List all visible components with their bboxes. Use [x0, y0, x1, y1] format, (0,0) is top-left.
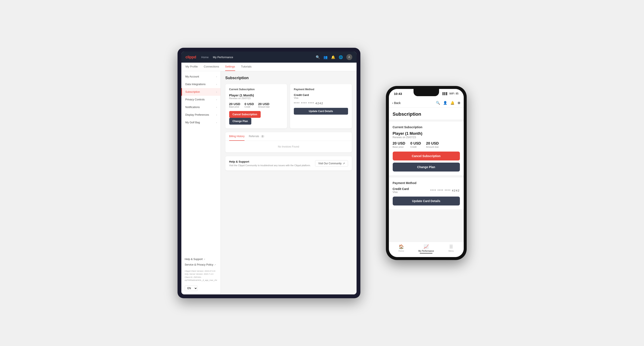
phone-plan-renews: Renews on 25/07/23 — [393, 136, 460, 139]
sidebar-item-display[interactable]: Display Preferences › — [181, 111, 220, 119]
plan-renews: Renews on 25/07/23 — [229, 97, 284, 100]
tab-connections[interactable]: Connections — [204, 63, 219, 71]
amount-due: 20 USD Amount due — [258, 102, 270, 108]
bell-icon[interactable]: 🔔 — [450, 101, 454, 105]
sidebar-menu: My Account › Data Integrations › Subscri… — [181, 73, 220, 126]
tablet-main: Subscription Current Subscription Player… — [221, 71, 356, 294]
phone-device: 10:43 ▌▌▌ WiFi 85 ‹ Back 🔍 👤 🔔 ⊕ — [386, 86, 467, 260]
tablet-nav-home[interactable]: Home — [201, 56, 209, 59]
bottom-nav-home-label: Home — [398, 250, 404, 252]
avatar[interactable]: A — [346, 54, 352, 60]
tab-settings[interactable]: Settings — [225, 63, 235, 71]
language-select[interactable]: EN — [185, 286, 198, 291]
phone-change-plan-button[interactable]: Change Plan — [393, 163, 460, 172]
base-price: 20 USD Base price — [229, 102, 240, 108]
status-icons: ▌▌▌ WiFi 85 — [443, 92, 458, 95]
phone-pricing: 20 USD Base price 0 USD Credit 20 USD Am… — [393, 141, 460, 148]
phone-payment-method-title: Payment Method — [393, 181, 460, 185]
card-type: Credit Card — [294, 93, 348, 97]
performance-icon: 📈 — [424, 244, 429, 249]
sidebar-item-notifications[interactable]: Notifications › — [181, 103, 220, 111]
tablet-nav-performance[interactable]: My Performance — [213, 56, 233, 59]
sidebar-privacy-link[interactable]: Service & Privacy Policy ↗ — [181, 262, 220, 267]
phone-card-type: Credit Card — [393, 187, 409, 191]
tablet-tabs: My Profile Connections Settings Tutorial… — [181, 63, 356, 71]
visit-community-button[interactable]: Visit Our Community ↗ — [315, 160, 348, 167]
phone-bottom-nav: 🏠 Home 📈 My Performance ☰ Menu — [389, 242, 464, 257]
help-title: Help & Support — [229, 160, 311, 163]
sidebar-item-golf-bag[interactable]: My Golf Bag › — [181, 119, 220, 126]
help-section: Help & Support Visit the Clippd Communit… — [225, 156, 352, 171]
home-icon: 🏠 — [399, 244, 404, 249]
bottom-nav-menu-label: Menu — [448, 250, 454, 252]
active-indicator — [420, 253, 432, 253]
battery-icon: 85 — [456, 92, 458, 95]
phone-card-brand: Visa — [393, 191, 409, 193]
plan-name: Player (1 Month) — [229, 93, 284, 97]
bell-icon[interactable]: 🔔 — [331, 55, 335, 59]
phone-payment-method-card: Payment Method Credit Card Visa **** ***… — [389, 177, 464, 209]
phone-card-number: **** **** **** 4242 — [430, 189, 460, 192]
tablet-nav-icons: 🔍 👥 🔔 🌐 A — [316, 54, 352, 60]
credit: 0 USD Credit — [244, 102, 254, 108]
referrals-badge: 0 — [261, 135, 264, 138]
tablet-screen: clippd Home My Performance 🔍 👥 🔔 🌐 A My … — [181, 52, 356, 294]
external-link-icon: ↗ — [204, 258, 205, 260]
back-button[interactable]: ‹ Back — [392, 101, 401, 105]
bottom-nav-home[interactable]: 🏠 Home — [389, 244, 414, 252]
tablet-content: My Account › Data Integrations › Subscri… — [181, 71, 356, 294]
phone-current-subscription-title: Current Subscription — [393, 126, 460, 129]
phone-payment-row: Credit Card Visa **** **** **** 4242 — [393, 187, 460, 193]
external-link-icon: ↗ — [214, 264, 216, 266]
tablet-logo: clippd — [186, 55, 196, 59]
phone-cc-info: Credit Card Visa — [393, 187, 409, 193]
search-icon[interactable]: 🔍 — [316, 55, 320, 59]
external-link-icon: ↗ — [343, 162, 345, 165]
phone-notch — [414, 89, 439, 96]
referrals-tab[interactable]: Referrals 0 — [249, 132, 264, 141]
page-title: Subscription — [225, 76, 352, 80]
bottom-nav-performance[interactable]: 📈 My Performance — [414, 244, 438, 253]
sidebar-item-data-integrations[interactable]: Data Integrations › — [181, 80, 220, 88]
tablet-sidebar: My Account › Data Integrations › Subscri… — [181, 71, 221, 294]
phone-cancel-subscription-button[interactable]: Cancel Subscription — [393, 152, 460, 161]
users-icon[interactable]: 👥 — [324, 55, 328, 59]
menu-icon: ☰ — [449, 244, 453, 249]
chevron-right-icon: › — [216, 98, 217, 101]
sidebar-help-link[interactable]: Help & Support ↗ — [181, 256, 220, 262]
current-subscription-title: Current Subscription — [229, 88, 284, 91]
billing-history-tab[interactable]: Billing History — [229, 132, 245, 141]
search-icon[interactable]: 🔍 — [436, 101, 440, 105]
chevron-right-icon: › — [216, 75, 217, 78]
phone-base-price: 20 USD Base price — [393, 141, 406, 148]
signal-icon: ▌▌▌ — [443, 92, 448, 95]
user-icon[interactable]: 👤 — [443, 101, 447, 105]
add-icon[interactable]: ⊕ — [458, 101, 460, 105]
phone-current-subscription-card: Current Subscription Player (1 Month) Re… — [389, 122, 464, 175]
chevron-right-icon: › — [216, 121, 217, 124]
phone-nav-icons: 🔍 👤 🔔 ⊕ — [436, 101, 460, 105]
tab-my-profile[interactable]: My Profile — [186, 63, 198, 71]
bottom-nav-menu[interactable]: ☰ Menu — [438, 244, 464, 252]
subscription-grid: Current Subscription Player (1 Month) Re… — [225, 84, 352, 128]
wifi-icon: WiFi — [449, 92, 454, 95]
help-description: Visit the Clippd Community to troublesho… — [229, 164, 311, 167]
card-number: **** **** **** 4242 — [294, 102, 348, 105]
phone-update-card-button[interactable]: Update Card Details — [393, 196, 460, 205]
tablet-device: clippd Home My Performance 🔍 👥 🔔 🌐 A My … — [178, 48, 360, 298]
no-invoices-text: No Invoices Found — [225, 141, 352, 153]
sidebar-item-subscription[interactable]: Subscription › — [181, 88, 220, 96]
payment-method-title: Payment Method — [294, 88, 348, 91]
phone-content: Subscription Current Subscription Player… — [389, 108, 464, 242]
change-plan-button[interactable]: Change Plan — [229, 118, 252, 125]
bottom-nav-performance-label: My Performance — [418, 250, 434, 252]
cancel-subscription-button[interactable]: Cancel Subscription — [229, 111, 261, 118]
sidebar-item-privacy[interactable]: Privacy Controls › — [181, 96, 220, 103]
payment-method-card: Payment Method Credit Card Visa **** ***… — [290, 84, 352, 128]
tablet-nav-links: Home My Performance — [201, 56, 233, 59]
globe-icon[interactable]: 🌐 — [339, 55, 343, 59]
sidebar-item-account[interactable]: My Account › — [181, 73, 220, 80]
update-card-button[interactable]: Update Card Details — [294, 108, 348, 115]
tab-tutorials[interactable]: Tutorials — [241, 63, 252, 71]
help-text: Help & Support Visit the Clippd Communit… — [229, 160, 311, 167]
